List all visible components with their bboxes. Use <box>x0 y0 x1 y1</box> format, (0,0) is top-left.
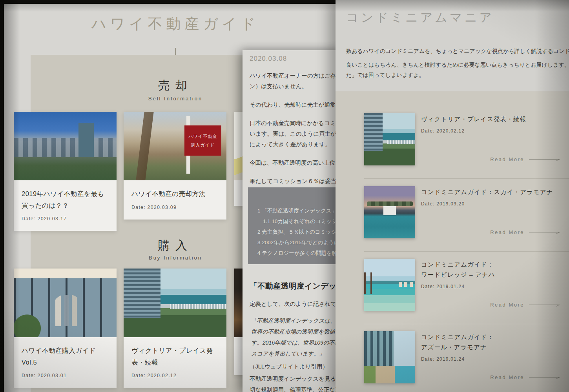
read-more-link[interactable]: Read More <box>490 302 560 308</box>
card-body: 2019年ハワイ不動産を最も買ったのは？？ Date: 2020.03.17 <box>14 180 117 231</box>
condo-item-text: コンドミニアムガイド： アズール・アラモアナ Date: 2019.01.24 <box>421 332 494 362</box>
article-section-heading: 「不動産透明度インデック <box>250 281 341 291</box>
condo-intro-paragraph: 良いことはもちろん、きちんと検討するために必要な悪い点もきっちりとお届けします。… <box>346 60 569 80</box>
condo-list-item[interactable]: コンドミニアムガイド： アズール・アラモアナ Date: 2019.01.24 … <box>336 330 569 392</box>
article-date: Date: 2020.02.12 <box>131 373 219 378</box>
read-more-link[interactable]: Read More <box>490 374 560 380</box>
condo-list-item[interactable]: ヴィクトリア・プレイス発表・続報 Date: 2020.02.12 Read M… <box>336 112 569 185</box>
article-thumbnail[interactable] <box>124 269 226 337</box>
condo-item-thumbnail[interactable] <box>364 113 415 165</box>
article-date: Date: 2020.03.01 <box>22 373 109 378</box>
condo-item-date: Date: 2019.01.24 <box>421 356 494 362</box>
article-card[interactable]: ハワイ不動産購入ガイド Vol.5 Date: 2020.03.01 <box>14 269 117 388</box>
condo-list-item[interactable]: コンドミニアムガイド： ワードビレッジ – アナハ Date: 2019.01.… <box>336 257 569 330</box>
condo-item-date: Date: 2019.09.20 <box>421 201 553 207</box>
condo-intro-paragraph: 数あるハワイのコンドミニアムを、ちょっとマニアックな視点から詳しく解説するコンド… <box>346 48 569 55</box>
condo-intro-section: コンドミニアムマニア 数あるハワイのコンドミニアムを、ちょっとマニアックな視点か… <box>336 0 569 91</box>
condo-item-title[interactable]: コンドミニアムガイド： ワードビレッジ – アナハ <box>421 260 495 280</box>
screenshot-collage: ハワイ不動産ガイド 売却 Sell Information 2019年ハワイ不動… <box>0 0 569 392</box>
read-more-label: Read More <box>490 229 524 235</box>
condo-item-date: Date: 2019.01.24 <box>421 284 495 289</box>
article-paragraph: 日本の不動産売買時にかかるコミッション います。実は、このように買主がコミッシ … <box>250 118 341 150</box>
read-more-label: Read More <box>490 302 524 308</box>
article-paragraph: 今回は、不動産透明度の高い上位10カ国を <box>250 158 341 168</box>
condo-item-thumbnail[interactable] <box>364 259 415 311</box>
list-divider <box>364 324 569 324</box>
article-paragraph: ハワイ不動産オーナーの方はご存知かと思 ン）は支払いません。 <box>250 71 341 92</box>
condo-item-thumbnail[interactable] <box>364 186 415 238</box>
article-citation: （JLLウェブサイトより引用） <box>250 363 328 370</box>
article-publish-date: 2020.03.08 <box>250 55 287 63</box>
article-thumbnail[interactable] <box>14 269 117 337</box>
article-paragraph: 定義として、次のように記されています。 <box>250 300 341 308</box>
condo-item-title[interactable]: コンドミニアムガイド：スカイ・アラモアナ <box>421 187 553 197</box>
long-arrow-right-icon <box>529 230 560 234</box>
article-title[interactable]: 2019年ハワイ不動産を最も買ったのは？？ <box>22 188 109 211</box>
condo-item-title[interactable]: コンドミニアムガイド： アズール・アラモアナ <box>421 332 494 352</box>
article-paragraph: 不動産透明度インデックスを見ると、正確 切な規制適用、倫理基準、公正な取引プロ <box>250 373 341 392</box>
article-thumbnail[interactable]: ハワイ不動産 購入ガイド <box>124 112 226 180</box>
list-divider <box>364 251 569 252</box>
condo-mania-panel: コンドミニアムマニア 数あるハワイのコンドミニアムを、ちょっとマニアックな視点か… <box>336 0 569 392</box>
article-date: Date: 2020.03.09 <box>131 205 219 210</box>
for-sale-sign: ハワイ不動産 購入ガイド <box>184 125 221 156</box>
condo-item-title[interactable]: ヴィクトリア・プレイス発表・続報 <box>421 114 526 124</box>
card-body: ヴィクトリア・プレイス発表・続報 Date: 2020.02.12 <box>124 337 226 388</box>
toc-entry[interactable]: 4 テクノロジーが多くの問題を解決 <box>257 248 341 258</box>
read-more-link[interactable]: Read More <box>490 156 560 162</box>
article-paragraph: 果たしてコミッション６％は妥当なのでし <box>250 176 341 187</box>
article-blockquote: 「不動産透明度インデックスは、JLLとLa 世界の不動産市場の透明度を数値化した… <box>251 315 341 359</box>
read-more-label: Read More <box>490 156 524 162</box>
article-page-panel: 2020.03.08 ハワイ不動産オーナーの方はご存知かと思 ン）は支払いません… <box>243 50 341 392</box>
long-arrow-right-icon <box>529 376 560 379</box>
article-date: Date: 2020.03.17 <box>22 216 109 221</box>
long-arrow-right-icon <box>529 158 560 162</box>
toc-entry[interactable]: 3 2002年から2015年でどのように <box>257 237 341 248</box>
condo-page-title: コンドミニアムマニア <box>346 9 494 26</box>
toc-entry[interactable]: 1.1 10カ国それぞれのコミッシ <box>257 216 341 227</box>
article-card[interactable]: ヴィクトリア・プレイス発表・続報 Date: 2020.02.12 <box>124 269 226 388</box>
article-card[interactable]: 2019年ハワイ不動産を最も買ったのは？？ Date: 2020.03.17 <box>14 112 117 231</box>
article-thumbnail[interactable] <box>14 112 117 180</box>
card-body: ハワイ不動産の売却方法 Date: 2020.03.09 <box>124 180 226 220</box>
guide-page-title: ハワイ不動産ガイド <box>4 14 341 34</box>
toc-entry[interactable]: 2 売主負担、５％以下のコミッショ <box>257 227 341 237</box>
condo-item-date: Date: 2020.02.12 <box>421 128 526 134</box>
read-more-link[interactable]: Read More <box>490 229 560 235</box>
article-paragraph: その代わり、売却時に売主が通常６％支払 <box>250 100 341 110</box>
article-title[interactable]: ハワイ不動産購入ガイド Vol.5 <box>22 345 109 368</box>
condo-item-text: ヴィクトリア・プレイス発表・続報 Date: 2020.02.12 <box>421 114 526 134</box>
table-of-contents: 1 「不動産透明度インデックス」と 1.1 10カ国それぞれのコミッシ 2 売主… <box>248 187 341 264</box>
condo-item-text: コンドミニアムガイド：スカイ・アラモアナ Date: 2019.09.20 <box>421 187 553 207</box>
article-title[interactable]: ヴィクトリア・プレイス発表・続報 <box>131 345 219 368</box>
condo-item-thumbnail[interactable] <box>364 331 415 383</box>
list-divider <box>364 178 569 179</box>
toc-entry[interactable]: 1 「不動産透明度インデックス」と <box>257 205 341 216</box>
condo-item-text: コンドミニアムガイド： ワードビレッジ – アナハ Date: 2019.01.… <box>421 260 495 289</box>
read-more-label: Read More <box>490 374 524 380</box>
article-title[interactable]: ハワイ不動産の売却方法 <box>131 188 219 200</box>
article-card[interactable]: ハワイ不動産 購入ガイド ハワイ不動産の売却方法 Date: 2020.03.0… <box>124 112 226 220</box>
long-arrow-right-icon <box>529 303 560 307</box>
card-body: ハワイ不動産購入ガイド Vol.5 Date: 2020.03.01 <box>14 337 117 388</box>
condo-list-item[interactable]: コンドミニアムガイド：スカイ・アラモアナ Date: 2019.09.20 Re… <box>336 185 569 258</box>
